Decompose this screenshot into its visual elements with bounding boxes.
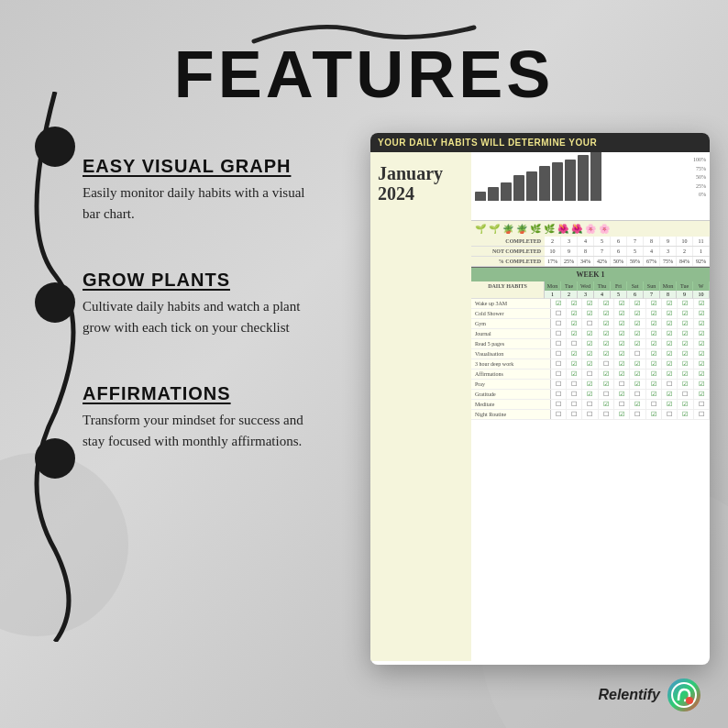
- habit-row-6: 3 hour deep work☐☑☑☐☑☑☑☑☑☑: [471, 359, 710, 370]
- stat-row-1: NOT COMPLETED10987654321: [471, 247, 710, 257]
- stat-val-1-6: 4: [644, 247, 660, 256]
- habit-name-10: Meditate: [471, 400, 551, 409]
- sheet-body: January 2024 100% 75% 50% 25% 0%: [370, 152, 710, 661]
- habit-check-5-9: ☑: [694, 349, 710, 358]
- day-num-0: 1: [545, 291, 561, 299]
- habit-row-3: Journal☐☑☑☑☑☑☑☑☑☑: [471, 329, 710, 339]
- habit-check-7-2: ☐: [582, 370, 598, 379]
- days-header-cells: MonTueWedThuFriSatSunMonTueW: [545, 281, 710, 291]
- habit-check-10-8: ☑: [678, 400, 693, 409]
- habit-check-3-3: ☑: [599, 329, 614, 338]
- habit-check-7-0: ☐: [551, 370, 567, 379]
- habit-check-9-3: ☐: [599, 390, 614, 399]
- feature-affirmations-desc: Transform your mindset for success and s…: [83, 410, 321, 451]
- stat-val-0-6: 8: [644, 237, 660, 246]
- habit-check-1-0: ☐: [551, 309, 567, 318]
- habit-check-8-5: ☑: [630, 380, 645, 389]
- habit-name-0: Wake up 3AM: [471, 299, 551, 308]
- habit-name-3: Journal: [471, 329, 551, 338]
- stat-values-0: 234567891011: [545, 237, 710, 246]
- habit-check-11-8: ☑: [678, 410, 693, 419]
- chart-label-25: 25%: [693, 182, 706, 192]
- habit-check-2-3: ☑: [599, 319, 614, 328]
- day-header-9: W: [693, 281, 710, 291]
- bar-4: [513, 175, 524, 201]
- sheet-left-panel: January 2024: [370, 152, 471, 661]
- habit-check-3-2: ☑: [582, 329, 598, 338]
- habit-check-6-3: ☐: [599, 359, 614, 369]
- feature-affirmations-title: AFFIRMATIONS: [83, 383, 385, 404]
- stat-val-1-2: 8: [578, 247, 594, 256]
- habit-check-4-9: ☑: [694, 339, 710, 348]
- habit-check-1-8: ☑: [678, 309, 693, 318]
- stat-val-2-7: 75%: [660, 257, 677, 266]
- habit-check-6-6: ☑: [646, 359, 662, 369]
- stat-val-2-3: 42%: [594, 257, 611, 266]
- stats-section: COMPLETED234567891011NOT COMPLETED109876…: [471, 237, 710, 267]
- habit-check-9-0: ☐: [551, 390, 567, 399]
- day-header-3: Thu: [594, 281, 611, 291]
- habit-check-2-9: ☑: [694, 319, 710, 328]
- habit-check-4-8: ☑: [678, 339, 693, 348]
- habit-check-6-5: ☑: [630, 359, 645, 369]
- habit-check-0-9: ☑: [694, 299, 710, 308]
- day-num-5: 6: [627, 291, 644, 299]
- day-header-6: Sun: [644, 281, 660, 291]
- chart-label-100: 100%: [693, 156, 706, 165]
- day-header-7: Mon: [660, 281, 677, 291]
- days-header: DAILY HABITS MonTueWedThuFriSatSunMonTue…: [471, 281, 710, 291]
- bar-5: [526, 171, 537, 201]
- habit-check-2-0: ☐: [551, 319, 567, 328]
- stat-row-2: % COMPLETED17%25%34%42%50%59%67%75%84%92…: [471, 257, 710, 267]
- habit-check-10-5: ☑: [630, 400, 645, 409]
- habit-check-7-9: ☑: [694, 370, 710, 379]
- stat-val-1-4: 6: [611, 247, 627, 256]
- bar-2: [488, 187, 499, 201]
- stat-row-0: COMPLETED234567891011: [471, 237, 710, 247]
- habit-check-2-4: ☑: [614, 319, 630, 328]
- habit-check-5-5: ☐: [630, 349, 645, 358]
- plant-1: 🌱: [475, 224, 486, 234]
- habit-name-7: Affirmations: [471, 370, 551, 379]
- stat-val-0-9: 11: [693, 237, 710, 246]
- habit-name-9: Gratitude: [471, 390, 551, 399]
- habit-check-1-9: ☑: [694, 309, 710, 318]
- habit-check-5-4: ☑: [614, 349, 630, 358]
- habit-check-3-9: ☑: [694, 329, 710, 338]
- sheet-right-panel: 100% 75% 50% 25% 0% 🌱 🌱 🪴 🪴 🌿 🌿 🌺 🌺: [471, 152, 710, 661]
- stat-val-2-5: 59%: [627, 257, 644, 266]
- plant-4: 🪴: [516, 224, 527, 234]
- habit-check-0-3: ☑: [599, 299, 614, 308]
- day-header-5: Sat: [627, 281, 644, 291]
- habit-check-1-5: ☑: [630, 309, 645, 318]
- habit-check-9-7: ☑: [662, 390, 678, 399]
- habit-row-8: Pray☐☐☑☑☐☑☑☐☑☑: [471, 380, 710, 390]
- habit-check-0-6: ☑: [646, 299, 662, 308]
- habit-check-9-1: ☐: [567, 390, 582, 399]
- habit-check-6-9: ☑: [694, 359, 710, 369]
- bar-8: [565, 160, 576, 201]
- habit-check-1-2: ☑: [582, 309, 598, 318]
- habit-check-0-0: ☑: [551, 299, 567, 308]
- habit-check-3-0: ☐: [551, 329, 567, 338]
- habit-check-8-0: ☐: [551, 380, 567, 389]
- habit-check-0-8: ☑: [678, 299, 693, 308]
- svg-point-3: [672, 683, 696, 707]
- habit-check-2-5: ☑: [630, 319, 645, 328]
- plant-10: 🌸: [599, 224, 610, 234]
- habit-check-0-5: ☑: [630, 299, 645, 308]
- habit-check-6-7: ☑: [662, 359, 678, 369]
- habit-row-9: Gratitude☐☐☑☐☑☐☑☑☐☑: [471, 390, 710, 400]
- day-num-8: 9: [677, 291, 693, 299]
- habit-row-7: Affirmations☐☑☐☑☑☑☑☑☑☑: [471, 370, 710, 380]
- svg-point-4: [686, 697, 693, 704]
- stat-val-0-8: 10: [677, 237, 693, 246]
- day-num-4: 5: [611, 291, 627, 299]
- stat-val-2-6: 67%: [644, 257, 660, 266]
- day-header-8: Tue: [677, 281, 693, 291]
- plant-9: 🌸: [585, 224, 596, 234]
- habit-check-0-7: ☑: [662, 299, 678, 308]
- habit-check-4-1: ☐: [567, 339, 582, 348]
- habit-check-11-4: ☑: [614, 410, 630, 419]
- habit-row-2: Gym☐☑☐☑☑☑☑☑☑☑: [471, 319, 710, 329]
